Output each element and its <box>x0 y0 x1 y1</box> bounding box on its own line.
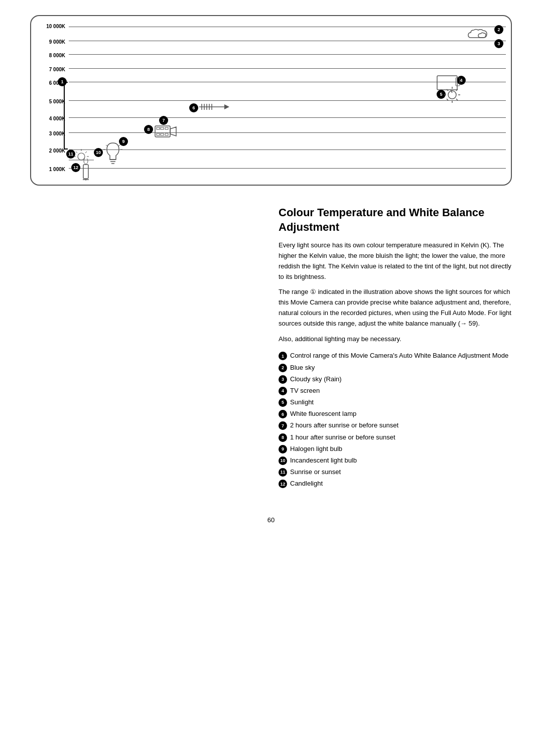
list-badge: 8 <box>279 433 287 442</box>
list-item-text: Blue sky <box>290 363 315 372</box>
list-badge: 9 <box>279 445 287 453</box>
hline-9000k <box>69 41 506 41</box>
candle-icon <box>80 159 92 181</box>
svg-line-39 <box>76 152 77 153</box>
list-item: 4TV screen <box>279 386 512 395</box>
list-item: 12Candlelight <box>279 479 512 488</box>
list-item-text: 1 hour after sunrise or before sunset <box>290 433 395 442</box>
svg-marker-27 <box>170 127 176 136</box>
svg-line-40 <box>85 152 87 153</box>
sun-large-icon <box>438 85 466 105</box>
range-bracket <box>64 82 68 149</box>
scale-2000k: 2 000K <box>36 148 65 154</box>
svg-point-4 <box>448 91 456 99</box>
list-badge: 3 <box>279 375 287 384</box>
scale-1000k: 1 000K <box>36 167 65 172</box>
scale-10000k: 10 000K <box>36 24 65 29</box>
list-item: 72 hours after sunrise or before sunset <box>279 421 512 430</box>
svg-line-12 <box>447 99 448 100</box>
svg-line-10 <box>456 99 458 100</box>
hline-2000k <box>69 149 506 150</box>
marker-1: 1 <box>58 77 67 86</box>
right-col: Colour Temperature and White Balance Adj… <box>274 206 512 491</box>
cloud-icon <box>466 27 496 42</box>
hline-4000k <box>69 117 506 118</box>
list-item-text: Sunlight <box>290 398 314 407</box>
svg-point-42 <box>84 159 88 164</box>
list-item: 1Control range of this Movie Camera's Au… <box>279 351 512 360</box>
svg-rect-24 <box>165 133 168 135</box>
fluorescent-icon <box>199 102 229 112</box>
svg-rect-43 <box>83 165 88 179</box>
page-number: 60 <box>30 516 512 524</box>
left-col <box>30 206 263 491</box>
svg-marker-14 <box>224 104 229 109</box>
list-item: 11Sunrise or sunset <box>279 468 512 477</box>
scale-9000k: 9 000K <box>36 39 65 45</box>
list-item: 9Halogen light bulb <box>279 444 512 453</box>
scale-3000k: 3 000K <box>36 131 65 136</box>
list-badge: 1 <box>279 352 287 360</box>
list-item-text: Control range of this Movie Camera's Aut… <box>290 351 508 360</box>
list-badge: 7 <box>279 421 287 430</box>
body-text-3: Also, additional lighting may be necessa… <box>279 334 512 345</box>
scale-7000k: 7 000K <box>36 67 65 72</box>
list-badge: 12 <box>279 480 287 488</box>
body-text-1: Every light source has its own colour te… <box>279 240 512 282</box>
list-item: 3Cloudy sky (Rain) <box>279 375 512 384</box>
marker-12: 12 <box>71 163 80 172</box>
marker-3: 3 <box>494 39 503 48</box>
page-container: 10 000K 9 000K 8 000K 7 000K 6 000K 5 00… <box>30 15 512 524</box>
list-item-text: Cloudy sky (Rain) <box>290 375 342 384</box>
list-item-text: Incandescent light bulb <box>290 456 357 465</box>
list-item-text: 2 hours after sunrise or before sunset <box>290 421 398 430</box>
marker-6: 6 <box>189 103 198 112</box>
marker-8: 8 <box>144 125 153 134</box>
svg-line-9 <box>447 89 448 91</box>
marker-10: 10 <box>94 148 103 157</box>
section-title: Colour Temperature and White Balance Adj… <box>279 206 512 234</box>
list-badge: 2 <box>279 364 287 372</box>
list-item-text: TV screen <box>290 386 320 395</box>
list-item-text: Sunrise or sunset <box>290 468 341 477</box>
film-icon <box>154 122 177 142</box>
bulb-icon <box>103 140 123 166</box>
list-badge: 11 <box>279 468 287 477</box>
list-badge: 6 <box>279 410 287 418</box>
svg-rect-23 <box>157 133 160 135</box>
scale-4000k: 4 000K <box>36 116 65 121</box>
list-badge: 4 <box>279 387 287 395</box>
svg-rect-21 <box>157 127 160 129</box>
hline-10000k <box>69 27 506 27</box>
list-item: 2Blue sky <box>279 363 512 372</box>
list-item-text: White fluorescent lamp <box>290 409 356 418</box>
list-item: 6White fluorescent lamp <box>279 409 512 418</box>
list-item-text: Halogen light bulb <box>290 444 342 453</box>
list-item: 81 hour after sunrise or before sunset <box>279 433 512 442</box>
list-item: 5Sunlight <box>279 398 512 407</box>
list-item: 10Incandescent light bulb <box>279 456 512 465</box>
scale-5000k: 5 000K <box>36 99 65 104</box>
content-area: Colour Temperature and White Balance Adj… <box>30 206 512 491</box>
list-badge: 10 <box>279 457 287 465</box>
svg-line-11 <box>456 89 458 91</box>
hline-3000k <box>69 132 506 133</box>
list-badge: 5 <box>279 398 287 407</box>
marker-11: 11 <box>66 149 75 159</box>
list-item-text: Candlelight <box>290 479 323 488</box>
body-text-2: The range ① indicated in the illustratio… <box>279 287 512 329</box>
hline-7000k <box>69 68 506 69</box>
diagram-box: 10 000K 9 000K 8 000K 7 000K 6 000K 5 00… <box>30 15 512 186</box>
svg-rect-25 <box>161 127 164 129</box>
svg-rect-22 <box>165 127 168 129</box>
scale-8000k: 8 000K <box>36 53 65 58</box>
svg-rect-26 <box>161 133 164 135</box>
hline-8000k <box>69 54 506 55</box>
hline-1000k <box>69 168 506 169</box>
items-list: 1Control range of this Movie Camera's Au… <box>279 351 512 488</box>
